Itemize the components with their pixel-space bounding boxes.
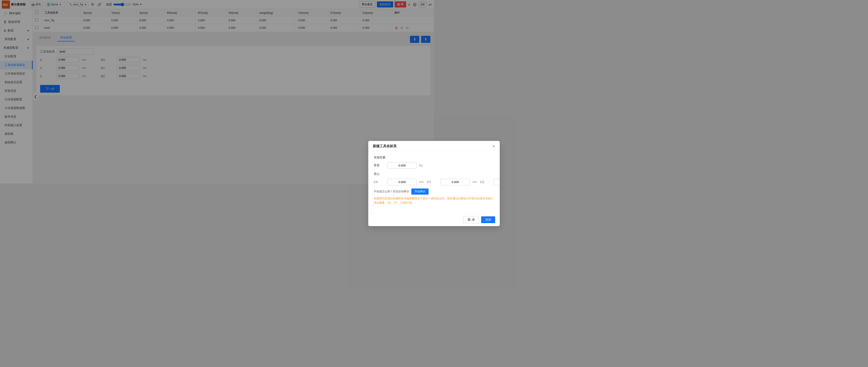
mass-center-title: 质心: [374, 172, 434, 176]
new-tool-modal: 新建工具坐标系 ✕ 末端负载 重量 Kg 质心 CX mm CY mm CZ: [368, 141, 434, 184]
weight-row: 重量 Kg: [374, 162, 434, 169]
end-load-title: 末端负载: [374, 156, 434, 160]
weight-unit: Kg: [419, 164, 425, 167]
cx-cy-cz-row: CX mm CY mm CZ mm: [374, 179, 434, 184]
modal-header: 新建工具坐标系 ✕: [368, 141, 434, 151]
cx-unit: mm: [419, 180, 425, 184]
cx-label: CX: [374, 180, 385, 184]
cy-label: CY: [427, 180, 434, 184]
cx-input[interactable]: [387, 179, 417, 184]
modal-title: 新建工具坐标系: [373, 144, 397, 148]
modal-body: 末端负载 重量 Kg 质心 CX mm CY mm CZ mm: [368, 151, 434, 184]
weight-label: 重量: [374, 163, 385, 167]
weight-input[interactable]: [387, 162, 417, 169]
modal-overlay: 新建工具坐标系 ✕ 末端负载 重量 Kg 质心 CX mm CY mm CZ: [0, 0, 434, 184]
